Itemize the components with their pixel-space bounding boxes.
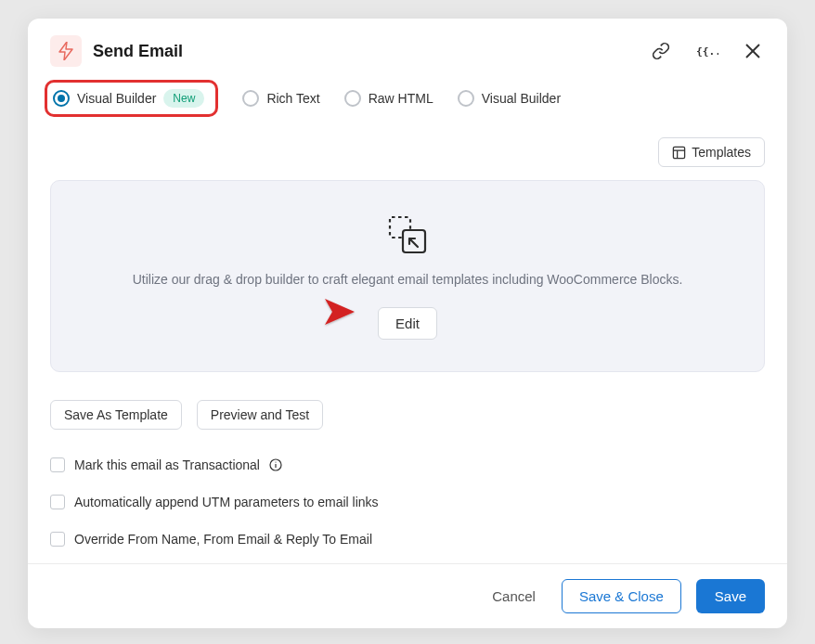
tab-visual-builder-2[interactable]: Visual Builder [458,83,561,114]
modal-header: Send Email {{..}} [28,19,787,80]
info-icon[interactable] [269,458,282,471]
tab-label: Rich Text [266,91,319,106]
radio-icon [344,90,361,107]
save-close-button[interactable]: Save & Close [562,579,681,613]
checkbox-icon [50,532,65,547]
tab-label: Visual Builder [482,91,561,106]
templates-label: Templates [692,145,751,160]
checkbox-utm[interactable]: Automatically append UTM parameters to e… [50,495,765,509]
link-icon[interactable] [648,38,674,64]
preview-and-test-button[interactable]: Preview and Test [197,400,323,430]
new-badge: New [163,89,204,108]
tab-rich-text[interactable]: Rich Text [242,83,319,114]
checkbox-label: Automatically append UTM parameters to e… [74,495,379,509]
modal-title: Send Email [93,42,637,61]
svg-text:{{..}}: {{..}} [696,45,718,58]
tab-raw-html[interactable]: Raw HTML [344,83,433,114]
send-email-modal: Send Email {{..}} Visual Builder New Ric… [28,19,787,628]
checkbox-transactional[interactable]: Mark this email as Transactional [50,457,765,472]
close-icon[interactable] [741,39,765,63]
save-as-template-button[interactable]: Save As Template [50,400,182,430]
checkbox-list: Mark this email as Transactional Automat… [50,457,765,547]
svg-rect-7 [403,230,425,252]
modal-footer: Cancel Save & Close Save [28,563,787,628]
svg-rect-3 [674,147,685,158]
header-actions: {{..}} [648,38,765,64]
checkbox-label: Mark this email as Transactional [74,457,260,472]
tab-label: Visual Builder [77,91,156,106]
tab-label: Raw HTML [369,91,433,106]
action-row: Save As Template Preview and Test [50,400,765,430]
tabs-row: Visual Builder New Rich Text Raw HTML Vi… [28,80,787,117]
merge-tags-icon[interactable]: {{..}} [692,39,722,63]
radio-icon [242,90,259,107]
templates-icon [672,146,686,160]
edit-button[interactable]: Edit [378,307,437,340]
radio-selected-icon [53,90,70,107]
svg-point-10 [275,461,276,462]
checkbox-label: Override From Name, From Email & Reply T… [74,532,372,547]
drag-drop-icon [73,214,742,255]
checkbox-icon [50,457,65,472]
radio-icon [458,90,474,107]
templates-row: Templates [50,137,765,167]
templates-button[interactable]: Templates [658,137,765,167]
cancel-button[interactable]: Cancel [481,581,547,612]
checkbox-icon [50,495,65,509]
tab-visual-builder[interactable]: Visual Builder New [45,80,218,117]
builder-description: Utilize our drag & drop builder to craft… [73,272,742,287]
lightning-icon [50,35,82,67]
checkbox-override-from[interactable]: Override From Name, From Email & Reply T… [50,532,765,547]
save-button[interactable]: Save [696,579,765,613]
visual-builder-panel: Utilize our drag & drop builder to craft… [50,180,765,372]
modal-body: Templates Utilize our drag & drop builde… [28,117,787,563]
